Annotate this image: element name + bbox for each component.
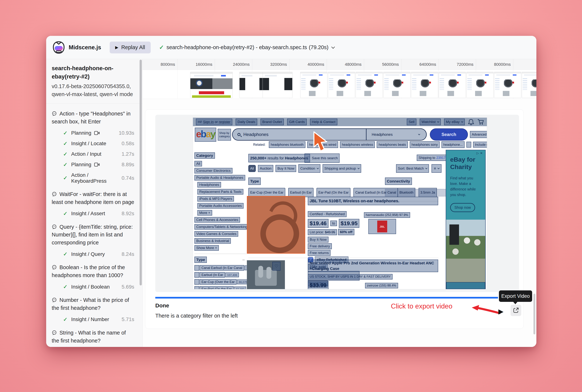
timeline-thumbnail[interactable] bbox=[356, 72, 383, 98]
checkbox[interactable] bbox=[194, 286, 199, 289]
gift-cards-link[interactable]: Gift Cards bbox=[287, 118, 307, 125]
category-link[interactable]: iPods & MP3 Players bbox=[197, 196, 234, 202]
step-row[interactable]: ✓ Insight / Boolean 5.69s bbox=[52, 284, 134, 290]
item2-watch-heart-button[interactable]: ♡ bbox=[272, 262, 280, 271]
connectivity-chip[interactable]: 3.5mm Ja bbox=[419, 188, 437, 197]
filter-tab-buy-it-now[interactable]: Buy It Now bbox=[275, 165, 296, 172]
step-row[interactable]: ✓ Insight / Number 5.71s bbox=[52, 316, 134, 322]
shop-by-category-dropdown[interactable]: Shop by category bbox=[218, 129, 231, 140]
category-link[interactable]: Business & Industrial bbox=[194, 238, 231, 244]
category-link[interactable]: Consumer Electronics bbox=[194, 168, 232, 174]
sort-dropdown[interactable]: Sort: Best Match bbox=[396, 164, 429, 173]
timeline-thumbnail[interactable] bbox=[522, 72, 536, 98]
shop-now-button[interactable]: Shop now bbox=[450, 203, 475, 212]
daily-deals-link[interactable]: Daily Deals bbox=[236, 118, 257, 125]
query-group[interactable]: Query - {itemTitle: string, price: Numbe… bbox=[52, 223, 134, 257]
type-chip[interactable]: Ear-Pad (On the Ear bbox=[316, 188, 350, 197]
item1-image-highlighted[interactable] bbox=[247, 196, 305, 254]
brand-outlet-link[interactable]: Brand Outlet bbox=[261, 118, 284, 125]
condition-dropdown[interactable]: Condition bbox=[298, 164, 320, 173]
item2-title[interactable]: New sealed Apple Pro 2nd Generation Wire… bbox=[308, 260, 438, 272]
type-chip[interactable]: Canal Earbud (In Ear Canal bbox=[353, 188, 398, 197]
timeline-thumbnail[interactable] bbox=[439, 72, 466, 98]
related-chip[interactable]: headphones wireless bbox=[340, 141, 375, 148]
item1-title[interactable]: JBL Tune 510BT, Wireless on-ear headphon… bbox=[308, 197, 438, 205]
item2-seller[interactable]: zwinzoe (155) 88.4% bbox=[365, 283, 398, 288]
boolean-group[interactable]: Boolean - Is the price of the headphones… bbox=[52, 264, 134, 290]
timeline-thumbnail[interactable] bbox=[328, 72, 355, 98]
type-chip[interactable]: Earbud (In Ear bbox=[288, 188, 314, 197]
step-row[interactable]: ✓ Action / Input 1.27s bbox=[52, 151, 134, 157]
watchlist-dropdown[interactable]: Watchlist bbox=[420, 118, 441, 125]
related-chip[interactable]: headphones beats bbox=[377, 141, 408, 148]
step-row[interactable]: ✓ Planning 8.89s bbox=[52, 162, 134, 168]
number-group[interactable]: Number - What is the price of the first … bbox=[52, 296, 134, 322]
search-button[interactable]: Search bbox=[430, 128, 468, 140]
category-link[interactable]: Portable Audio Accessories bbox=[197, 203, 244, 208]
category-link[interactable]: Headphones bbox=[197, 182, 221, 188]
timeline-thumbnail[interactable] bbox=[383, 72, 411, 98]
sell-link[interactable]: Sell bbox=[407, 118, 416, 125]
collapse-icon[interactable]: – bbox=[242, 257, 245, 262]
string-group[interactable]: String - What is the name of the first h… bbox=[52, 329, 134, 347]
waitfor-group[interactable]: WaitFor - waitFor: there is at least one… bbox=[52, 190, 134, 217]
category-link[interactable]: Portable Audio & Headphones bbox=[194, 175, 245, 180]
checkbox[interactable] bbox=[194, 265, 199, 271]
signin-link[interactable]: Hi! Sign in or register bbox=[196, 118, 232, 125]
action-group[interactable]: Action - type "Headphones" in search box… bbox=[52, 110, 134, 184]
timeline-thumbnail[interactable] bbox=[190, 72, 233, 98]
type-filter-option[interactable]: Ear-Pad (On the Ear 32,182 bbox=[194, 286, 246, 289]
shipping-to[interactable]: Shipping to23917 bbox=[417, 154, 447, 161]
filter-tab-all[interactable]: All bbox=[248, 165, 256, 172]
step-row[interactable]: ✓ Planning 10.93s bbox=[52, 130, 134, 136]
timeline-thumbnail[interactable] bbox=[466, 72, 494, 98]
include-description-checkbox[interactable] bbox=[466, 142, 471, 148]
type-filter-option[interactable]: Earbud (In Ear 107,406 bbox=[194, 272, 246, 278]
search-category-select[interactable]: Headphones bbox=[366, 129, 421, 140]
type-filter-option[interactable]: Canal Earbud (In Ear Canal 10,934 bbox=[194, 265, 246, 271]
bell-icon[interactable] bbox=[468, 119, 474, 125]
related-chip[interactable]: headphone... bbox=[442, 141, 465, 148]
help-contact-link[interactable]: Help & Contact bbox=[310, 118, 337, 125]
timeline-thumbnail[interactable] bbox=[494, 72, 521, 98]
view-options-button[interactable]: ≡ bbox=[432, 164, 442, 173]
type-filter-option[interactable]: Ear-Cup (Over the Ear 86,076 bbox=[194, 279, 246, 285]
play-button[interactable]: ▶ bbox=[498, 308, 504, 315]
item1-seller[interactable]: harmanaudio (252,958) 97.9% bbox=[364, 212, 410, 218]
checkbox[interactable] bbox=[194, 272, 199, 278]
replay-progress-bar[interactable] bbox=[155, 297, 498, 298]
replay-all-button[interactable]: ▶ Replay All bbox=[110, 42, 151, 54]
category-link[interactable]: All bbox=[194, 161, 202, 166]
filter-tab-auction[interactable]: Auction bbox=[258, 165, 273, 172]
timeline-thumbnail[interactable] bbox=[263, 72, 292, 98]
category-link[interactable]: Video Games & Consoles bbox=[194, 231, 238, 237]
type-chip[interactable]: Ear-Cup (Over the Ear bbox=[248, 188, 285, 197]
main-scrollbar[interactable] bbox=[534, 294, 535, 334]
related-chip[interactable]: headphones sony bbox=[410, 141, 440, 148]
cart-icon[interactable] bbox=[477, 119, 484, 125]
ebay-logo[interactable]: ebay bbox=[195, 128, 216, 142]
adchoices-close-icons[interactable]: ▷✕ bbox=[477, 151, 484, 155]
advanced-search-link[interactable]: Advanced bbox=[470, 131, 487, 138]
category-link[interactable]: Computers/Tablets & Networking bbox=[194, 224, 249, 230]
related-chip[interactable]: headphones bluetooth bbox=[269, 141, 305, 148]
step-row[interactable]: ✓ Action / KeyboardPress 0.74s bbox=[52, 172, 134, 184]
timeline-thumbnail[interactable] bbox=[300, 72, 327, 98]
search-input[interactable]: Headphones Headphones bbox=[232, 128, 427, 140]
shipping-pickup-dropdown[interactable]: Shipping and pickup bbox=[323, 164, 361, 173]
charity-ad[interactable]: ▷✕ eBay for Charity Find what you love. … bbox=[446, 150, 486, 289]
category-link[interactable]: More + bbox=[197, 210, 212, 216]
category-link[interactable]: Show More + bbox=[194, 245, 219, 251]
checkbox[interactable] bbox=[194, 279, 199, 285]
my-ebay-dropdown[interactable]: My eBay bbox=[444, 118, 465, 125]
sidebar-scrollbar[interactable] bbox=[140, 60, 142, 286]
step-row[interactable]: ✓ Insight / Assert 8.92s bbox=[52, 210, 134, 217]
step-row[interactable]: ✓ Insight / Query 8.24s bbox=[52, 251, 134, 257]
test-title-dropdown[interactable]: ✓ search-headphone-on-ebay(retry-#2) - e… bbox=[159, 44, 334, 51]
category-link[interactable]: Replacement Parts & Tools bbox=[197, 189, 243, 194]
timeline-thumbnail[interactable] bbox=[411, 72, 438, 98]
save-search-button[interactable]: ♡ Save this search bbox=[304, 154, 340, 163]
category-link[interactable]: Cell Phones & Accessories bbox=[194, 217, 240, 222]
step-row[interactable]: ✓ Insight / Locate 0.58s bbox=[52, 140, 134, 147]
connectivity-chip[interactable]: Bluetooth bbox=[398, 188, 415, 197]
